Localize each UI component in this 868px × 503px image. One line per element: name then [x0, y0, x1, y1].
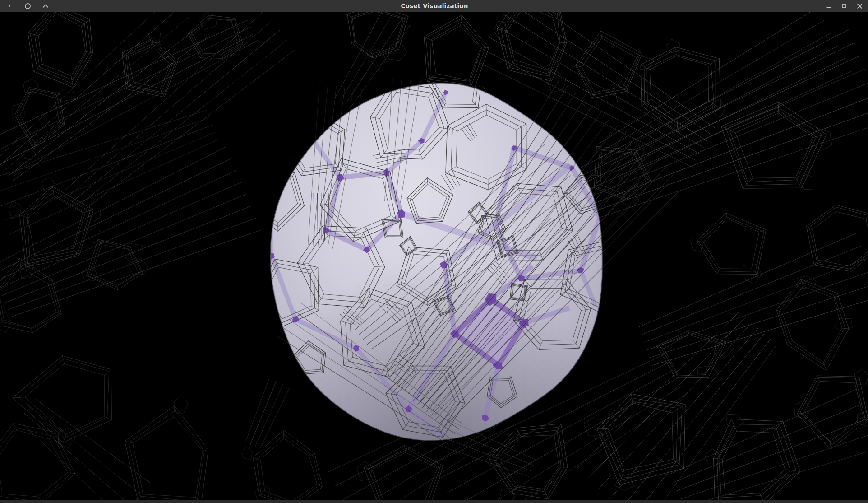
- window-title: Coset Visualization: [132, 2, 737, 9]
- viewport-3d[interactable]: [0, 12, 868, 503]
- dot-icon: [5, 2, 14, 10]
- maximize-icon[interactable]: [840, 2, 848, 10]
- titlebar[interactable]: Coset Visualization: [0, 0, 868, 12]
- close-icon[interactable]: [855, 2, 863, 10]
- minimize-icon[interactable]: [825, 2, 833, 10]
- circle-icon[interactable]: [23, 2, 32, 10]
- titlebar-window-controls: [737, 2, 868, 10]
- titlebar-left-icons: [0, 2, 132, 10]
- window-bottom-border: [0, 500, 868, 503]
- chevron-up-icon[interactable]: [42, 2, 50, 10]
